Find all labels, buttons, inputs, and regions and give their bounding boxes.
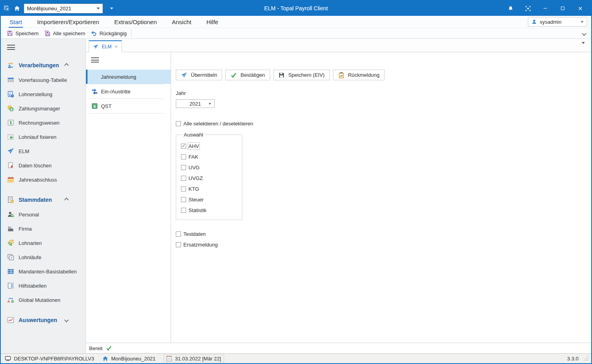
sidebar-section-auswertungen[interactable]: Auswertungen	[1, 313, 86, 328]
tab-close-icon[interactable]: ×	[115, 44, 118, 49]
client-selector[interactable]: MonBijouneu_2021	[24, 4, 103, 13]
menu-tab-extras-optionen[interactable]: Extras/Optionen	[109, 17, 162, 27]
sidebar-item-lohnerstellung[interactable]: Lohnerstellung	[1, 87, 86, 101]
chevron-up-icon	[64, 63, 69, 67]
sidebar-section-label: Auswertungen	[19, 317, 57, 323]
checkbox-row-statistik[interactable]: Statistik	[181, 207, 242, 213]
save-all-button[interactable]: Alle speichern	[42, 28, 88, 38]
auswahl-groupbox: Auswahl AHV FAK UVG	[176, 132, 242, 220]
ersatzmeldung-checkbox[interactable]	[176, 242, 181, 247]
fullscreen-button[interactable]	[519, 1, 537, 16]
uebermitteln-button[interactable]: Übermitteln	[176, 70, 222, 80]
chevron-down-icon	[110, 8, 113, 9]
sidebar-item-lohnlauf-fixieren[interactable]: Lohnlauf fixieren	[1, 130, 86, 144]
dollar-square-icon: $	[91, 102, 98, 110]
statusbar-date: 31.03.2022 [Mär 22]	[164, 355, 224, 362]
close-button[interactable]	[571, 1, 589, 16]
sidebar-item-mandanten-basistabellen[interactable]: Mandanten-Basistabellen	[1, 264, 86, 279]
button-label: Speichern (EIV)	[288, 72, 325, 78]
uvg-label: UVG	[188, 165, 200, 171]
sidebar-item-elm[interactable]: ELM	[1, 144, 86, 158]
sidebar-item-daten-loeschen[interactable]: Daten löschen	[1, 158, 86, 173]
checkbox-row-ktg[interactable]: KTG	[181, 186, 242, 192]
sidebar-item-label: Rechnungswesen	[19, 120, 59, 126]
sidebar-section-verarbeitungen[interactable]: Verarbeitungen	[1, 58, 86, 73]
sidebar-item-vorerfassung-tabelle[interactable]: Vorerfassung-Tabelle	[1, 73, 86, 87]
checkbox-row-testdaten[interactable]: Testdaten	[176, 231, 583, 237]
minimize-icon	[543, 6, 548, 11]
client-options-dropdown[interactable]	[107, 4, 117, 13]
nav-item-jahresmeldung[interactable]: Jahresmeldung	[86, 70, 171, 84]
app-window: P MonBijouneu_2021 ELM - Topal Payroll C…	[0, 0, 592, 364]
nav-menu-button[interactable]	[91, 57, 171, 64]
resize-grip[interactable]	[583, 356, 589, 361]
nav-item-qst[interactable]: $ QST	[86, 99, 171, 113]
sidebar-section-label: Stammdaten	[19, 197, 52, 203]
tag-search-icon	[7, 239, 14, 246]
sidebar-item-global-mutationen[interactable]: AB Global Mutationen	[1, 293, 86, 307]
select-all-checkbox-row[interactable]: Alle selektieren / deselektieren	[176, 121, 583, 127]
fak-checkbox[interactable]	[181, 154, 186, 159]
checkbox-row-ahv[interactable]: AHV	[181, 143, 242, 149]
paper-plane-icon	[93, 44, 99, 49]
user-selector[interactable]: sysadmin	[528, 17, 587, 27]
checkbox-row-steuer[interactable]: Steuer	[181, 197, 242, 203]
sidebar-item-lohnarten[interactable]: Lohnarten	[1, 236, 86, 250]
statistik-checkbox[interactable]	[181, 208, 186, 213]
checkbox-row-uvg[interactable]: UVG	[181, 165, 242, 171]
date-text: 31.03.2022 [Mär 22]	[175, 356, 221, 362]
checkbox-row-fak[interactable]: FAK	[181, 154, 242, 160]
button-label: Rückmeldung	[348, 72, 380, 78]
rueckmeldung-button[interactable]: Rückmeldung	[333, 70, 385, 80]
sidebar-item-rechnungswesen[interactable]: $ Rechnungswesen	[1, 116, 86, 130]
select-all-checkbox[interactable]	[176, 121, 181, 126]
uvgz-checkbox[interactable]	[181, 176, 186, 181]
sidebar-item-personal[interactable]: Personal	[1, 207, 86, 222]
sidebar-menu-button[interactable]	[7, 44, 86, 51]
maximize-button[interactable]	[554, 1, 571, 16]
statistik-label: Statistik	[188, 207, 207, 213]
checkbox-row-ersatzmeldung[interactable]: Ersatzmeldung	[176, 242, 583, 248]
menu-tab-hilfe[interactable]: Hilfe	[202, 17, 223, 27]
ahv-checkbox[interactable]	[181, 144, 186, 149]
speichern-eiv-button[interactable]: Speichern (EIV)	[273, 70, 330, 80]
toolbar-separator	[131, 29, 131, 37]
ersatzmeldung-label: Ersatzmeldung	[183, 242, 218, 248]
extra-options: Testdaten Ersatzmeldung	[176, 231, 583, 248]
bell-icon	[508, 6, 514, 11]
minimize-button[interactable]	[537, 1, 554, 16]
sidebar-item-jahresabschluss[interactable]: Jahresabschluss	[1, 173, 86, 187]
sidebar-item-lohnlaeufe[interactable]: 7 Lohnläufe	[1, 250, 86, 264]
svg-text:$: $	[10, 121, 12, 125]
home-icon[interactable]	[14, 5, 20, 11]
fak-label: FAK	[188, 154, 198, 160]
menu-tab-ansicht[interactable]: Ansicht	[167, 17, 196, 27]
undo-button[interactable]: Rückgängig	[88, 28, 129, 38]
testdaten-checkbox[interactable]	[176, 231, 181, 237]
menu-tab-start[interactable]: Start	[5, 17, 27, 27]
in-out-arrows-icon	[91, 88, 98, 95]
toolbar-collapse-button[interactable]	[582, 30, 586, 36]
checkbox-row-uvgz[interactable]: UVGZ	[181, 175, 242, 181]
sidebar-item-firma[interactable]: Firma	[1, 222, 86, 236]
statusbar: DESKTOP-VNPFB6R\PAYROLLV3 MonBijouneu_20…	[1, 353, 591, 363]
user-icon	[531, 19, 537, 25]
calendar-icon	[7, 176, 14, 183]
sidebar-section-stammdaten[interactable]: Stammdaten	[1, 192, 86, 207]
save-button[interactable]: Speichern	[4, 28, 42, 38]
bestaetigen-button[interactable]: Bestätigen	[225, 70, 270, 80]
hamburger-icon	[91, 57, 99, 63]
sidebar-item-hilfstabellen[interactable]: Hilfstabellen	[1, 279, 86, 293]
workspace: Jahresmeldung Ein-/Austritte $	[86, 52, 591, 343]
sidebar-item-zahlungsmanager[interactable]: $ Zahlungsmanager	[1, 101, 86, 116]
document-tab-elm[interactable]: ELM ×	[89, 40, 122, 52]
uvg-checkbox[interactable]	[181, 165, 186, 170]
jahr-combobox[interactable]: 2021	[176, 99, 215, 108]
menu-tab-importieren-exportieren[interactable]: Importieren/Exportieren	[32, 17, 104, 27]
maximize-icon	[560, 6, 565, 11]
nav-item-ein-austritte[interactable]: Ein-/Austritte	[86, 84, 171, 99]
ktg-checkbox[interactable]	[181, 186, 186, 191]
tab-list-dropdown[interactable]	[582, 44, 585, 51]
steuer-checkbox[interactable]	[181, 197, 186, 202]
notifications-button[interactable]	[502, 1, 519, 16]
